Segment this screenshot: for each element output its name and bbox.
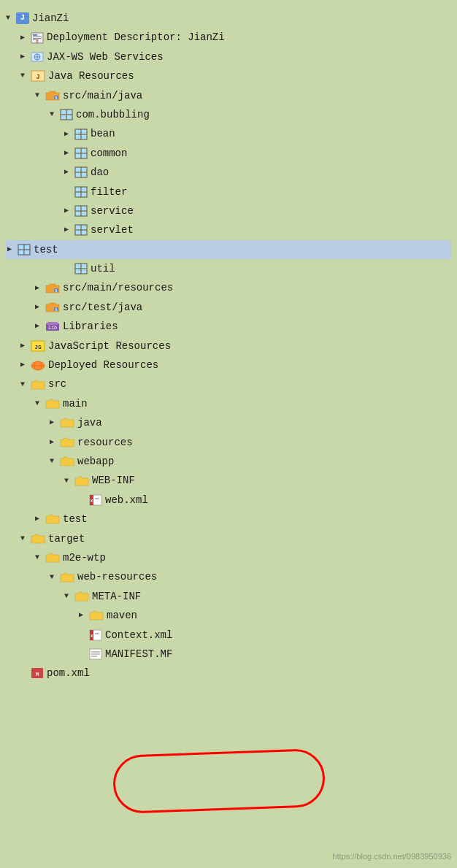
item-label: Libraries — [63, 318, 118, 334]
tree-item-web-xml[interactable]: X xml web.xml — [6, 491, 451, 510]
svg-rect-45 — [76, 188, 80, 191]
arrow-icon[interactable] — [50, 456, 60, 467]
item-label: WEB-INF — [92, 472, 135, 488]
tree-item-test-pkg[interactable]: test — [6, 240, 451, 259]
spacer — [64, 261, 74, 277]
tree-item-resources-folder[interactable]: resources — [6, 433, 451, 452]
arrow-icon[interactable] — [35, 283, 45, 294]
java-resources-icon: J — [31, 70, 45, 82]
deployed-icon — [31, 359, 45, 371]
arrow-icon[interactable] — [35, 302, 45, 313]
tree-item-webapp[interactable]: webapp — [6, 452, 451, 471]
svg-rect-59 — [76, 226, 80, 229]
tree-item-src-main-java[interactable]: S src/main/java — [6, 86, 451, 105]
tree-item-src[interactable]: src — [6, 375, 451, 393]
jaxws-icon — [31, 51, 44, 63]
arrow-icon[interactable] — [35, 513, 45, 525]
arrow-icon[interactable] — [20, 70, 31, 82]
tree-item-jiangzi[interactable]: J JianZi — [6, 9, 451, 28]
tree-item-manifest[interactable]: MANIFEST.MF — [6, 645, 451, 664]
arrow-icon[interactable] — [64, 128, 74, 140]
arrow-icon[interactable] — [7, 244, 18, 256]
svg-rect-54 — [76, 212, 80, 215]
tree-item-src-test-java[interactable]: S src/test/java — [6, 298, 451, 317]
svg-text:S: S — [55, 308, 57, 312]
arrow-icon[interactable] — [64, 166, 74, 178]
svg-text:J: J — [36, 74, 39, 81]
tree-item-com-bubbling[interactable]: com.bubbling — [6, 105, 451, 124]
arrow-icon[interactable] — [35, 320, 45, 332]
svg-text:D: D — [36, 40, 38, 44]
folder-icon — [45, 398, 60, 410]
arrow-icon[interactable] — [35, 552, 45, 564]
tree-item-js-resources[interactable]: JS JavaScript Resources — [6, 337, 451, 356]
tree-item-target[interactable]: target — [6, 529, 451, 548]
tree-item-context-xml[interactable]: X xml Context.xml — [6, 626, 451, 645]
tree-item-pom-xml[interactable]: M pom.xml — [6, 664, 451, 683]
arrow-icon[interactable] — [50, 417, 60, 429]
tree-item-servlet[interactable]: servlet — [6, 220, 451, 239]
arrow-icon[interactable] — [20, 359, 31, 371]
tree-item-filter[interactable]: filter — [6, 183, 451, 201]
item-label: test — [34, 242, 58, 258]
arrow-icon[interactable] — [79, 610, 89, 621]
tree-item-web-inf[interactable]: WEB-INF — [6, 471, 451, 490]
arrow-icon[interactable] — [64, 591, 74, 602]
project-tree: J JianZi D Deployment Descriptor: JianZi… — [0, 6, 457, 686]
svg-rect-1 — [33, 34, 37, 36]
tree-item-bean[interactable]: bean — [6, 124, 451, 143]
arrow-icon[interactable] — [50, 109, 60, 120]
tree-item-dd[interactable]: D Deployment Descriptor: JianZi — [6, 28, 451, 47]
svg-rect-24 — [76, 130, 80, 134]
arrow-icon[interactable] — [20, 379, 31, 391]
tree-item-dao[interactable]: dao — [6, 163, 451, 182]
arrow-icon[interactable] — [20, 340, 31, 352]
tree-item-test-folder[interactable]: test — [6, 510, 451, 529]
tree-item-jaxws[interactable]: JAX-WS Web Services — [6, 47, 451, 66]
arrow-icon[interactable] — [64, 205, 74, 217]
package-icon — [74, 186, 88, 198]
arrow-icon[interactable] — [64, 147, 74, 159]
arrow-icon[interactable] — [35, 90, 45, 101]
arrow-icon[interactable] — [35, 398, 45, 410]
tree-item-main[interactable]: main — [6, 394, 451, 413]
tree-item-web-resources[interactable]: web-resources — [6, 567, 451, 586]
arrow-icon[interactable] — [20, 32, 31, 44]
svg-rect-67 — [25, 245, 29, 249]
tree-item-common[interactable]: common — [6, 144, 451, 163]
tree-item-java-resources[interactable]: J Java Resources — [6, 66, 451, 85]
svg-rect-34 — [82, 154, 86, 158]
xml-icon: X xml — [89, 629, 102, 641]
tree-item-src-main-resources[interactable]: S src/main/resources — [6, 278, 451, 297]
svg-rect-40 — [76, 173, 80, 177]
arrow-icon[interactable] — [50, 437, 60, 448]
arrow-icon[interactable] — [64, 224, 74, 236]
item-label: JAX-WS Web Services — [47, 49, 164, 65]
tree-item-libraries[interactable]: lib Libraries — [6, 317, 451, 336]
tree-item-m2e-wtp[interactable]: m2e-wtp — [6, 548, 451, 567]
arrow-icon[interactable] — [6, 12, 16, 24]
item-label: src/test/java — [63, 299, 142, 315]
arrow-icon[interactable] — [64, 475, 74, 487]
tree-item-meta-inf[interactable]: META-INF — [6, 587, 451, 606]
item-label: filter — [91, 184, 127, 200]
tree-item-maven[interactable]: maven — [6, 606, 451, 625]
svg-rect-25 — [82, 130, 86, 134]
tree-item-java-folder[interactable]: java — [6, 413, 451, 432]
svg-rect-47 — [76, 193, 80, 196]
tree-item-util[interactable]: util — [6, 259, 451, 278]
watermark: https://blog.csdn.net/0983950936 — [332, 852, 451, 861]
item-label: common — [91, 145, 127, 161]
tree-item-deployed-resources[interactable]: Deployed Resources — [6, 356, 451, 375]
svg-rect-55 — [82, 212, 86, 215]
arrow-icon[interactable] — [50, 572, 60, 583]
svg-rect-75 — [76, 269, 80, 273]
item-label: resources — [77, 434, 133, 450]
folder-icon — [89, 610, 104, 621]
svg-rect-62 — [82, 231, 86, 234]
package-icon — [74, 147, 88, 159]
svg-rect-74 — [82, 264, 86, 268]
tree-item-service[interactable]: service — [6, 201, 451, 220]
arrow-icon[interactable] — [20, 533, 31, 545]
arrow-icon[interactable] — [20, 51, 31, 63]
